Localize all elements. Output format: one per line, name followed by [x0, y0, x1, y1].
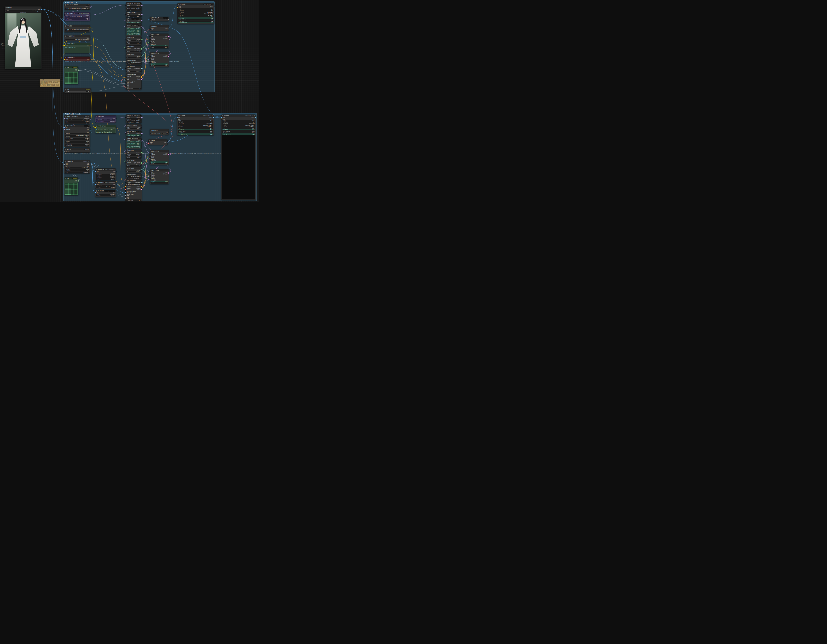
- widget-控制_生成后[interactable]: ◀控制_生成后randomize▶: [126, 177, 141, 179]
- input-slot[interactable]: [150, 175, 150, 176]
- output-slot[interactable]: [89, 130, 91, 131]
- combo-right-arrow-icon[interactable]: ▶: [88, 170, 89, 171]
- input-slot[interactable]: [126, 117, 126, 118]
- size-grid[interactable]: [65, 183, 78, 195]
- combo-left-arrow-icon[interactable]: ◀: [127, 9, 128, 10]
- sampler-custom-2-titlebar[interactable]: 自定义采样器: [150, 52, 169, 54]
- combo-right-arrow-icon[interactable]: ▶: [167, 133, 167, 134]
- output-slot[interactable]: [78, 69, 79, 70]
- clip-text-encode-negative-titlebar[interactable]: CLIP文本编码器: [64, 57, 90, 59]
- combo-right-arrow-icon[interactable]: ▶: [40, 11, 40, 11]
- input-slot[interactable]: [150, 19, 150, 20]
- widget-保存元数据[interactable]: 保存元数据true: [178, 129, 213, 130]
- output-slot[interactable]: [141, 76, 142, 76]
- widget-运行后控制[interactable]: ◀运行后控制fixed▶: [65, 143, 89, 145]
- collapse-icon[interactable]: [126, 180, 128, 181]
- combo-right-arrow-icon[interactable]: ▶: [140, 28, 140, 29]
- collapse-icon[interactable]: [65, 36, 66, 37]
- combo-left-arrow-icon[interactable]: ◀: [97, 187, 97, 188]
- input-slot[interactable]: [95, 184, 96, 185]
- output-slot[interactable]: [89, 27, 91, 28]
- input-slot[interactable]: [125, 190, 126, 192]
- collapse-icon[interactable]: [126, 125, 128, 126]
- widget-CFG[interactable]: ◀CFG1.0▶: [150, 182, 168, 184]
- widget-blocks_type[interactable]: ◀blocks_typeall▶: [65, 19, 89, 20]
- combo-right-arrow-icon[interactable]: ▶: [88, 139, 89, 140]
- combo-right-arrow-icon[interactable]: ▶: [212, 13, 213, 14]
- combo-right-arrow-icon[interactable]: ▶: [140, 51, 140, 52]
- combo-right-arrow-icon[interactable]: ▶: [140, 41, 140, 41]
- input-slot[interactable]: [126, 182, 126, 183]
- output-slot[interactable]: [89, 164, 91, 165]
- combo-right-arrow-icon[interactable]: ▶: [88, 18, 89, 19]
- clip-loader-titlebar[interactable]: CLIP加载器: [64, 25, 90, 27]
- combo-right-arrow-icon[interactable]: ▶: [114, 187, 115, 188]
- input-slot[interactable]: [126, 76, 126, 76]
- unet-loader-2-titlebar[interactable]: UNET加载器: [95, 115, 116, 117]
- widget-调度器[interactable]: ◀调度器simple▶: [126, 40, 141, 41]
- widget-保持模型加载[interactable]: 保持模型加载false: [65, 145, 89, 147]
- combo-left-arrow-icon[interactable]: ◀: [178, 122, 179, 123]
- combo-left-arrow-icon[interactable]: ◀: [223, 120, 223, 121]
- widget-保持比例[interactable]: 保持比例false: [65, 168, 89, 170]
- widget-分辨率[interactable]: ◀分辨率1024▶: [96, 178, 115, 180]
- widget-权重数据类型[interactable]: ◀权重数据类型default▶: [96, 121, 115, 122]
- combo-right-arrow-icon[interactable]: ▶: [212, 9, 213, 9]
- combo-left-arrow-icon[interactable]: ◀: [179, 15, 179, 16]
- wan-fun-control-to-video-titlebar[interactable]: WanFunControlToVideo: [126, 184, 142, 186]
- input-slot[interactable]: [125, 196, 126, 198]
- lineart-preprocessor-titlebar[interactable]: LineArt线稿预处理器comfyui_controlnet_aux: [95, 190, 116, 192]
- combo-right-arrow-icon[interactable]: ▶: [114, 121, 115, 122]
- combo-right-arrow-icon[interactable]: ▶: [114, 174, 115, 175]
- combo-right-arrow-icon[interactable]: ▶: [167, 182, 167, 183]
- widget-偏移[interactable]: ◀偏移8.00▶: [126, 16, 141, 17]
- output-slot[interactable]: [89, 118, 91, 119]
- widget-ckpt名称[interactable]: ◀ckpt名称depth_anything_v2_vitl.pth▶: [96, 185, 115, 187]
- combo-left-arrow-icon[interactable]: ◀: [127, 143, 128, 143]
- widget-blocks[interactable]: blocks9, 10: [126, 6, 141, 8]
- skip-layer-guidance-1-titlebar[interactable]: Skip Layer Guidance WanVideo[BETA] KJNod…: [126, 3, 141, 5]
- combo-right-arrow-icon[interactable]: ▶: [140, 16, 140, 17]
- collapse-icon[interactable]: [65, 125, 66, 126]
- combo-left-arrow-icon[interactable]: ◀: [127, 141, 128, 142]
- collapse-icon[interactable]: [126, 66, 128, 67]
- input-slot[interactable]: [95, 192, 96, 193]
- collapse-icon[interactable]: [126, 60, 128, 61]
- openpose-preprocessor-titlebar[interactable]: Openpose姿态预处理器comfyui_controlnet_aux: [95, 168, 116, 171]
- widget-降噪[interactable]: ◀降噪1.00▶: [126, 43, 141, 44]
- input-slot[interactable]: [126, 83, 126, 84]
- widget-CFG[interactable]: ◀CFG1.0▶: [150, 65, 168, 66]
- sampler-custom-1-titlebar[interactable]: 自定义采样器: [150, 34, 169, 36]
- output-slot[interactable]: [141, 162, 142, 162]
- output-slot[interactable]: [141, 14, 142, 15]
- output-slot[interactable]: [169, 172, 169, 173]
- collapse-icon[interactable]: [151, 34, 152, 35]
- combo-right-arrow-icon[interactable]: ▶: [140, 200, 140, 201]
- combo-right-arrow-icon[interactable]: ▶: [254, 125, 254, 126]
- combo-right-arrow-icon[interactable]: ▶: [140, 9, 140, 10]
- widget-value[interactable]: ◀uni_pc▶: [126, 57, 141, 58]
- combo-right-arrow-icon[interactable]: ▶: [140, 64, 140, 64]
- combo-right-arrow-icon[interactable]: ▶: [114, 186, 115, 186]
- output-slot[interactable]: [89, 132, 91, 133]
- slider-knob[interactable]: [69, 91, 69, 92]
- output-slot[interactable]: [115, 184, 116, 185]
- combo-left-arrow-icon[interactable]: ◀: [127, 22, 128, 23]
- comfyui-node-graph-canvas[interactable]: 万相Wan2.1 i2v万相Wan2.1 fun v2v色调艳丽，过曝，静态，细…: [0, 0, 259, 202]
- video-combine-2-titlebar[interactable]: 合并为视频VideoHelperSuite?: [177, 115, 214, 117]
- output-slot[interactable]: [213, 117, 214, 118]
- input-slot[interactable]: [126, 77, 126, 78]
- widget-保存到输出文件夹[interactable]: 保存到输出文件夹true: [178, 22, 214, 23]
- unet-loader-gguf-titlebar[interactable]: Unet Loader (GGUF)GGUF: [64, 4, 90, 6]
- widget-格式[interactable]: ◀格式video/h264-mp4▶: [222, 125, 255, 126]
- combo-right-arrow-icon[interactable]: ▶: [167, 163, 167, 164]
- input-slot[interactable]: [126, 70, 126, 70]
- combo-left-arrow-icon[interactable]: ◀: [127, 30, 128, 31]
- output-slot[interactable]: [41, 9, 42, 10]
- collapse-icon[interactable]: [126, 131, 128, 133]
- collapse-icon[interactable]: [126, 25, 128, 26]
- clip-v-encode-1-titlebar[interactable]: CLIP视觉编码: [126, 66, 141, 68]
- combo-left-arrow-icon[interactable]: ◀: [127, 28, 128, 29]
- widget-降噪[interactable]: ◀降噪1.00▶: [126, 157, 141, 158]
- size-grid[interactable]: [65, 72, 78, 84]
